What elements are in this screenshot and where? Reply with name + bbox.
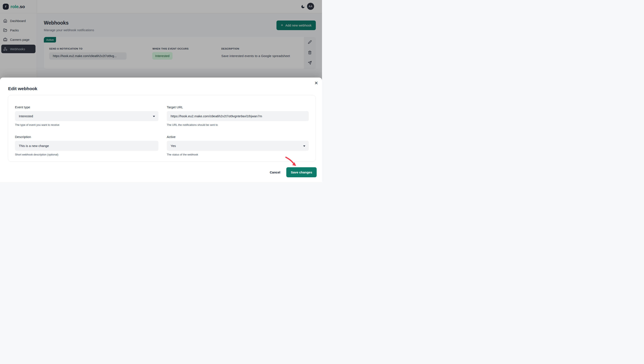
description-group: Description Short webhook description (o…: [15, 135, 158, 156]
close-icon: ✕: [314, 80, 318, 86]
event-type-helper: The type of event you want to receive: [15, 124, 158, 126]
close-button[interactable]: ✕: [313, 80, 319, 86]
cancel-button[interactable]: Cancel: [270, 170, 280, 174]
target-url-helper: The URL the notifications should be sent…: [167, 124, 309, 126]
description-label: Description: [15, 135, 158, 139]
edit-webhook-modal: ✕ Edit webhook Event type Interested The…: [0, 78, 322, 182]
target-url-label: Target URL: [167, 105, 309, 109]
description-helper: Short webhook description (optional): [15, 153, 158, 156]
chevron-down-icon: [303, 146, 305, 147]
chevron-down-icon: [153, 116, 155, 117]
modal-footer: Cancel Save changes: [270, 167, 317, 177]
target-url-input[interactable]: [167, 111, 309, 121]
modal-title: Edit webhook: [8, 86, 38, 91]
active-helper: The status of the webhook: [167, 153, 309, 156]
description-input[interactable]: [15, 141, 158, 151]
event-type-value: Interested: [19, 114, 33, 118]
event-type-label: Event type: [15, 105, 158, 109]
event-type-select[interactable]: Interested: [15, 111, 158, 121]
webhook-form: Event type Interested The type of event …: [8, 95, 316, 162]
active-select[interactable]: Yes: [167, 141, 309, 151]
active-group: Active Yes The status of the webhook: [167, 135, 309, 156]
active-label: Active: [167, 135, 309, 139]
save-changes-button[interactable]: Save changes: [286, 167, 317, 177]
event-type-group: Event type Interested The type of event …: [15, 105, 158, 126]
target-url-group: Target URL The URL the notifications sho…: [167, 105, 309, 126]
active-value: Yes: [171, 144, 176, 148]
